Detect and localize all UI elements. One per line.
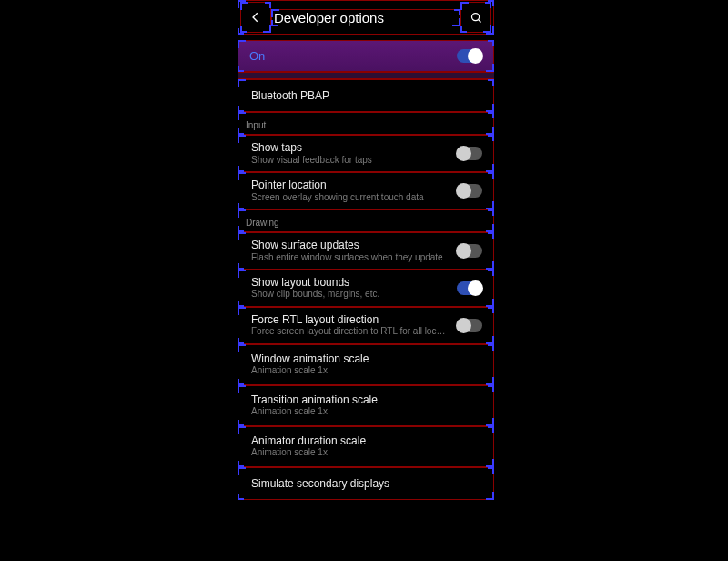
pref-row-force-rtl[interactable]: Force RTL layout direction Force screen … xyxy=(238,307,494,344)
pref-title: Show surface updates xyxy=(251,239,448,251)
pref-title: Show taps xyxy=(251,141,448,154)
pref-title: Show layout bounds xyxy=(251,276,448,289)
svg-line-1 xyxy=(478,19,480,22)
search-icon xyxy=(470,11,483,25)
pref-row-window-anim[interactable]: Window animation scale Animation scale 1… xyxy=(238,344,494,385)
pref-title: Simulate secondary displays xyxy=(251,477,482,490)
pref-switch[interactable] xyxy=(457,281,482,295)
pref-switch[interactable] xyxy=(457,184,482,198)
master-toggle-label: On xyxy=(249,49,265,63)
pref-row-layout-bounds[interactable]: Show layout bounds Show clip bounds, mar… xyxy=(238,270,494,307)
phone-screen: Developer options On Bluetooth PBAP Inpu… xyxy=(238,0,494,561)
pref-switch[interactable] xyxy=(457,319,482,332)
pref-subtitle: Animation scale 1x xyxy=(251,406,482,418)
pref-row-pointer-location[interactable]: Pointer location Screen overlay showing … xyxy=(238,172,494,209)
pref-row-transition-anim[interactable]: Transition animation scale Animation sca… xyxy=(238,385,494,426)
master-toggle-row[interactable]: On xyxy=(238,40,494,72)
section-header-drawing: Drawing xyxy=(238,209,494,232)
app-bar: Developer options xyxy=(238,0,494,35)
back-icon xyxy=(249,11,262,24)
page-title: Developer options xyxy=(271,9,460,26)
back-button[interactable] xyxy=(240,2,271,33)
pref-title: Pointer location xyxy=(251,178,448,191)
pref-subtitle: Animation scale 1x xyxy=(251,365,482,377)
search-button[interactable] xyxy=(460,2,491,33)
pref-row-bluetooth-pbap[interactable]: Bluetooth PBAP xyxy=(238,79,494,112)
pref-row-secondary-displays[interactable]: Simulate secondary displays xyxy=(238,467,494,500)
pref-subtitle: Flash entire window surfaces when they u… xyxy=(251,252,448,264)
pref-subtitle: Animation scale 1x xyxy=(251,447,482,459)
section-header-input: Input xyxy=(238,112,494,135)
pref-switch[interactable] xyxy=(457,147,482,160)
pref-title: Force RTL layout direction xyxy=(251,313,448,326)
pref-subtitle: Show visual feedback for taps xyxy=(251,155,448,167)
master-toggle-switch[interactable] xyxy=(457,49,482,63)
pref-row-surface-updates[interactable]: Show surface updates Flash entire window… xyxy=(238,232,494,270)
pref-title: Bluetooth PBAP xyxy=(251,89,482,102)
pref-title: Window animation scale xyxy=(251,352,482,365)
pref-row-show-taps[interactable]: Show taps Show visual feedback for taps xyxy=(238,135,494,172)
pref-title: Transition animation scale xyxy=(251,393,482,406)
pref-subtitle: Show clip bounds, margins, etc. xyxy=(251,289,448,301)
pref-subtitle: Force screen layout direction to RTL for… xyxy=(251,326,448,338)
pref-switch[interactable] xyxy=(457,244,482,258)
pref-subtitle: Screen overlay showing current touch dat… xyxy=(251,192,448,204)
pref-title: Animator duration scale xyxy=(251,434,482,447)
pref-row-animator-duration[interactable]: Animator duration scale Animation scale … xyxy=(238,426,494,467)
svg-point-0 xyxy=(471,13,479,20)
